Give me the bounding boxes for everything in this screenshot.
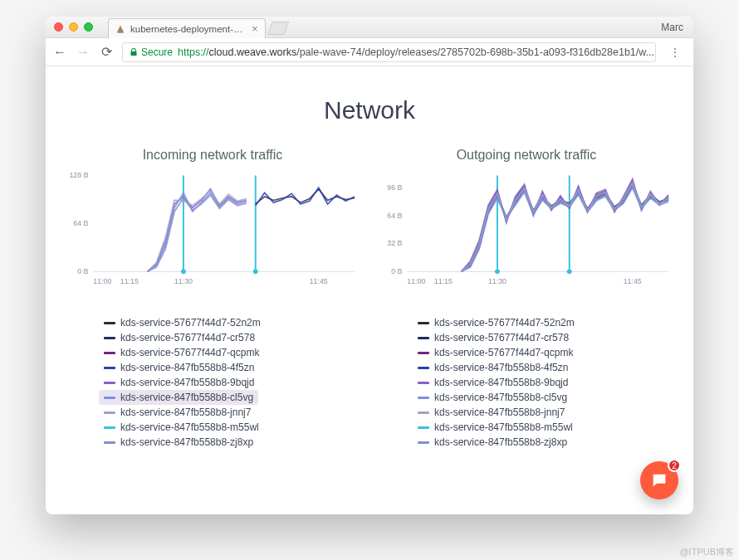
incoming-legend: kds-service-57677f44d7-52n2mkds-service-… [99,315,360,450]
svg-text:11:15: 11:15 [434,277,453,285]
legend-swatch [104,382,115,384]
chat-icon [650,471,668,489]
legend-label: kds-service-847fb558b8-4f5zn [120,362,254,373]
legend-label: kds-service-847fb558b8-zj8xp [120,436,253,448]
legend-item[interactable]: kds-service-847fb558b8-jnnj7 [99,405,256,420]
legend-item[interactable]: kds-service-57677f44d7-52n2m [413,315,580,330]
legend-item[interactable]: kds-service-847fb558b8-cl5vg [413,390,572,405]
outgoing-chart-block: Outgoing network traffic 0 B32 B64 B96 B… [379,148,673,450]
legend-label: kds-service-847fb558b8-zj8xp [434,436,567,448]
legend-item[interactable]: kds-service-847fb558b8-zj8xp [99,435,258,450]
outgoing-chart-title: Outgoing network traffic [379,148,673,163]
legend-swatch [418,411,429,414]
page-content: Network Incoming network traffic 0 B64 B… [46,66,693,514]
svg-text:11:15: 11:15 [120,277,139,285]
page-title: Network [66,96,673,124]
reload-button[interactable]: ⟳ [99,44,114,60]
legend-label: kds-service-847fb558b8-cl5vg [120,392,253,403]
legend-swatch [418,322,429,324]
legend-swatch [418,441,429,444]
svg-text:11:45: 11:45 [310,277,328,285]
legend-item[interactable]: kds-service-847fb558b8-m55wl [413,420,578,435]
browser-menu-button[interactable]: ⋮ [664,46,687,59]
legend-item[interactable]: kds-service-57677f44d7-qcpmk [99,345,264,360]
legend-item[interactable]: kds-service-57677f44d7-cr578 [99,330,260,345]
svg-text:0 B: 0 B [391,267,403,275]
svg-text:0 B: 0 B [77,267,89,275]
legend-label: kds-service-847fb558b8-jnnj7 [120,407,251,418]
chat-unread-badge: 2 [668,459,681,472]
outgoing-chart[interactable]: 0 B32 B64 B96 B11:0011:1511:3011:45 [379,171,673,304]
legend-swatch [418,337,429,339]
incoming-chart-title: Incoming network traffic [66,148,360,163]
svg-point-9 [181,270,186,275]
tab-close-icon[interactable]: × [252,22,258,35]
svg-text:11:30: 11:30 [488,277,507,285]
legend-item[interactable]: kds-service-847fb558b8-4f5zn [413,360,573,375]
legend-item[interactable]: kds-service-57677f44d7-qcpmk [413,345,578,360]
legend-swatch [418,367,429,369]
back-button[interactable]: ← [52,45,67,60]
address-bar[interactable]: Secure https://cloud.weave.works/pale-wa… [122,42,656,62]
legend-swatch [104,441,115,444]
legend-swatch [104,426,115,429]
legend-label: kds-service-847fb558b8-m55wl [120,421,259,433]
legend-label: kds-service-847fb558b8-m55wl [434,421,573,433]
legend-swatch [418,426,429,429]
browser-window: kubernetes-deployment-strate × Marc ← → … [46,17,693,514]
browser-toolbar: ← → ⟳ Secure https://cloud.weave.works/p… [46,38,693,66]
legend-label: kds-service-57677f44d7-52n2m [120,317,261,329]
legend-swatch [418,352,429,354]
svg-text:11:45: 11:45 [624,277,642,285]
legend-label: kds-service-57677f44d7-cr578 [120,332,255,343]
legend-swatch [104,397,115,399]
charts-row: Incoming network traffic 0 B64 B128 B11:… [66,148,673,450]
legend-label: kds-service-57677f44d7-qcpmk [434,347,573,358]
legend-swatch [104,367,115,369]
svg-text:11:30: 11:30 [174,277,193,285]
legend-item[interactable]: kds-service-57677f44d7-52n2m [99,315,266,330]
address-url: https://cloud.weave.works/pale-wave-74/d… [178,46,654,58]
legend-label: kds-service-847fb558b8-9bqjd [120,377,254,388]
window-controls [54,22,93,32]
legend-label: kds-service-57677f44d7-52n2m [434,317,575,329]
incoming-chart[interactable]: 0 B64 B128 B11:0011:1511:3011:45 [66,171,360,304]
intercom-chat-button[interactable]: 2 [640,461,678,499]
window-titlebar: kubernetes-deployment-strate × Marc [46,17,693,38]
legend-item[interactable]: kds-service-847fb558b8-9bqjd [99,375,259,390]
secure-indicator: Secure [130,46,173,58]
svg-text:11:00: 11:00 [407,277,425,285]
legend-swatch [104,352,115,354]
svg-text:128 B: 128 B [69,172,88,180]
browser-tab[interactable]: kubernetes-deployment-strate × [108,18,266,38]
close-window-button[interactable] [54,22,63,32]
legend-label: kds-service-57677f44d7-cr578 [434,332,569,343]
legend-swatch [418,397,429,399]
svg-text:96 B: 96 B [387,183,402,192]
profile-name[interactable]: Marc [661,22,683,33]
secure-label: Secure [141,46,173,58]
new-tab-button[interactable] [267,22,289,35]
legend-swatch [104,411,115,414]
maximize-window-button[interactable] [84,22,93,32]
weave-favicon-icon [115,24,125,34]
incoming-chart-block: Incoming network traffic 0 B64 B128 B11:… [66,148,360,450]
svg-text:32 B: 32 B [387,240,402,248]
minimize-window-button[interactable] [69,22,78,32]
legend-item[interactable]: kds-service-847fb558b8-9bqjd [413,375,573,390]
legend-label: kds-service-847fb558b8-9bqjd [434,377,568,388]
forward-button[interactable]: → [76,45,91,60]
legend-item[interactable]: kds-service-847fb558b8-zj8xp [413,435,572,450]
svg-point-11 [253,270,258,275]
svg-text:64 B: 64 B [73,219,88,227]
legend-item[interactable]: kds-service-57677f44d7-cr578 [413,330,574,345]
legend-item[interactable]: kds-service-847fb558b8-m55wl [99,420,264,435]
tab-title: kubernetes-deployment-strate [130,24,247,34]
legend-item[interactable]: kds-service-847fb558b8-cl5vg [99,390,258,405]
legend-item[interactable]: kds-service-847fb558b8-jnnj7 [413,405,570,420]
svg-point-24 [567,270,572,275]
svg-text:64 B: 64 B [387,212,402,220]
legend-swatch [418,382,429,384]
legend-item[interactable]: kds-service-847fb558b8-4f5zn [99,360,259,375]
legend-label: kds-service-57677f44d7-qcpmk [120,347,259,358]
